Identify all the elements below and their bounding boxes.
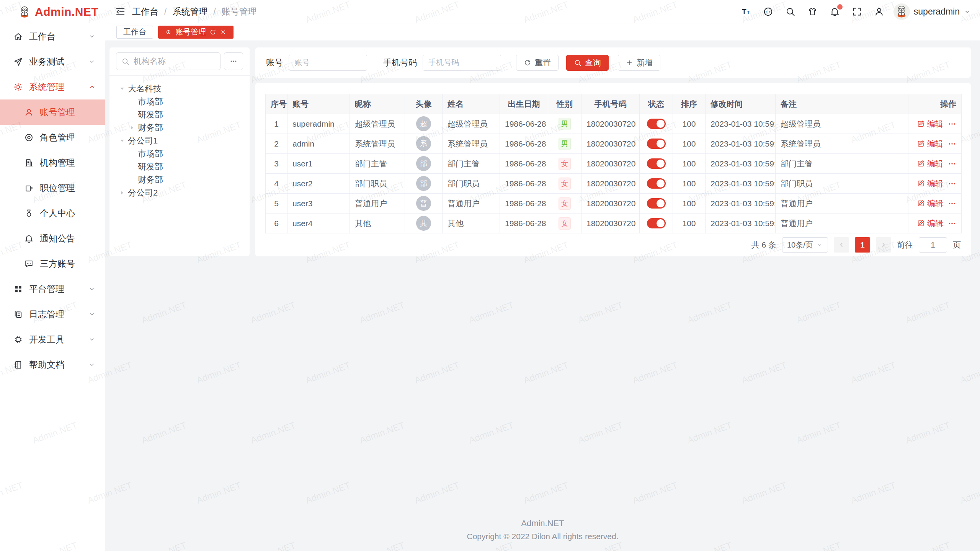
page-size-select[interactable]: 10条/页 xyxy=(782,237,828,253)
cell-avatar: 部 xyxy=(405,154,443,174)
sidebar-item-platform-management[interactable]: 平台管理 xyxy=(0,276,105,302)
cell-status xyxy=(640,114,673,134)
search-icon xyxy=(574,59,581,67)
row-more-button[interactable] xyxy=(948,219,956,228)
tree-node[interactable]: 大名科技 xyxy=(113,82,247,95)
profile-icon[interactable] xyxy=(874,7,884,17)
chevron-down-icon xyxy=(88,361,96,368)
edit-button[interactable]: 编辑 xyxy=(917,178,943,189)
cell-account: user2 xyxy=(287,174,350,194)
add-button[interactable]: 新增 xyxy=(618,55,660,71)
sidebar-item-dev-tools[interactable]: 开发工具 xyxy=(0,327,105,352)
tab-account-management[interactable]: 账号管理 xyxy=(158,26,234,39)
breadcrumb-item-workbench[interactable]: 工作台 xyxy=(132,6,158,18)
sidebar-item-notice-announcement[interactable]: 通知公告 xyxy=(0,226,105,251)
user-menu[interactable]: superadmin xyxy=(893,3,971,20)
caret-down-icon[interactable] xyxy=(118,137,126,145)
language-icon[interactable]: 中 xyxy=(763,7,773,17)
caret-right-icon[interactable] xyxy=(118,189,126,197)
cell-actions: 编辑 xyxy=(908,174,962,194)
menu-fold-icon[interactable] xyxy=(115,6,126,17)
app-root: Admin.NET 工作台业务测试系统管理账号管理角色管理机构管理职位管理个人中… xyxy=(0,0,980,551)
phone-filter-label: 手机号码 xyxy=(383,57,417,68)
cell-actions: 编辑 xyxy=(908,194,962,214)
edit-button[interactable]: 编辑 xyxy=(917,139,943,149)
tab-workbench[interactable]: 工作台 xyxy=(116,26,153,39)
cell-seq: 3 xyxy=(266,154,287,174)
fullscreen-icon[interactable] xyxy=(852,7,862,17)
font-size-icon[interactable]: TT xyxy=(741,7,751,17)
sidebar-item-account-management[interactable]: 账号管理 xyxy=(0,99,105,125)
cell-gender: 女 xyxy=(548,214,581,233)
tree-node[interactable]: 研发部 xyxy=(113,160,247,173)
sidebar-item-system-management[interactable]: 系统管理 xyxy=(0,74,105,99)
caret-down-icon[interactable] xyxy=(118,85,126,93)
edit-button[interactable]: 编辑 xyxy=(917,119,943,129)
row-more-button[interactable] xyxy=(948,120,956,128)
edit-icon xyxy=(917,140,925,148)
chevron-down-icon xyxy=(88,33,96,40)
cell-modified_time: 2023-01-03 10:59:44 xyxy=(706,194,776,214)
tab-close-icon[interactable] xyxy=(220,29,227,36)
book-icon xyxy=(13,360,23,370)
current-page[interactable]: 1 xyxy=(855,237,870,253)
sidebar-item-business-test[interactable]: 业务测试 xyxy=(0,49,105,74)
notification-icon[interactable] xyxy=(830,7,840,17)
cell-gender: 男 xyxy=(548,114,581,134)
account-filter-input[interactable] xyxy=(289,55,367,71)
cell-remark: 部门主管 xyxy=(776,154,908,174)
sidebar-item-log-management[interactable]: 日志管理 xyxy=(0,302,105,327)
bell-icon xyxy=(24,234,34,243)
sidebar-item-position-management[interactable]: 职位管理 xyxy=(0,175,105,201)
breadcrumb-item-system-management[interactable]: 系统管理 xyxy=(172,6,207,18)
tree-node[interactable]: 财务部 xyxy=(113,121,247,134)
chat-icon xyxy=(24,259,34,269)
edit-icon xyxy=(917,160,925,168)
status-toggle[interactable] xyxy=(647,178,666,189)
edit-button[interactable]: 编辑 xyxy=(917,158,943,169)
next-page-button[interactable] xyxy=(876,237,891,253)
tree-node[interactable]: 财务部 xyxy=(113,173,247,186)
tab-refresh-icon[interactable] xyxy=(209,29,216,36)
caret-right-icon[interactable] xyxy=(128,124,136,132)
tree-node[interactable]: 研发部 xyxy=(113,108,247,121)
sidebar-item-role-management[interactable]: 角色管理 xyxy=(0,125,105,150)
row-more-button[interactable] xyxy=(948,179,956,188)
status-toggle[interactable] xyxy=(647,119,666,129)
reset-button[interactable]: 重置 xyxy=(516,55,559,71)
status-toggle[interactable] xyxy=(647,158,666,169)
breadcrumb-separator: / xyxy=(213,7,216,17)
cell-remark: 系统管理员 xyxy=(776,134,908,154)
phone-filter-input[interactable] xyxy=(423,55,501,71)
sidebar-item-third-party-account[interactable]: 三方账号 xyxy=(0,251,105,276)
gender-tag: 女 xyxy=(559,178,571,190)
sidebar-item-workbench[interactable]: 工作台 xyxy=(0,24,105,49)
sidebar-item-org-management[interactable]: 机构管理 xyxy=(0,150,105,175)
status-toggle[interactable] xyxy=(647,218,666,228)
tree-node[interactable]: 市场部 xyxy=(113,95,247,108)
org-more-button[interactable] xyxy=(224,52,243,70)
cell-status xyxy=(640,174,673,194)
sidebar-item-help-docs[interactable]: 帮助文档 xyxy=(0,352,105,377)
home-icon xyxy=(13,32,23,41)
edit-button[interactable]: 编辑 xyxy=(917,198,943,209)
row-more-button[interactable] xyxy=(948,160,956,168)
cell-status xyxy=(640,134,673,154)
refresh-icon xyxy=(524,59,531,67)
tree-node[interactable]: 分公司2 xyxy=(113,186,247,199)
prev-page-button[interactable] xyxy=(834,237,849,253)
tree-node[interactable]: 市场部 xyxy=(113,147,247,160)
cell-nickname: 普通用户 xyxy=(350,194,405,214)
goto-page-input[interactable] xyxy=(919,237,947,253)
row-more-button[interactable] xyxy=(948,140,956,148)
edit-button[interactable]: 编辑 xyxy=(917,218,943,229)
row-more-button[interactable] xyxy=(948,199,956,208)
sidebar-item-personal-center[interactable]: 个人中心 xyxy=(0,201,105,226)
query-button[interactable]: 查询 xyxy=(566,55,609,71)
theme-icon[interactable] xyxy=(807,7,818,17)
status-toggle[interactable] xyxy=(647,139,666,149)
org-search-input[interactable] xyxy=(133,56,215,66)
tree-node[interactable]: 分公司1 xyxy=(113,134,247,147)
search-icon[interactable] xyxy=(785,7,795,17)
status-toggle[interactable] xyxy=(647,198,666,209)
